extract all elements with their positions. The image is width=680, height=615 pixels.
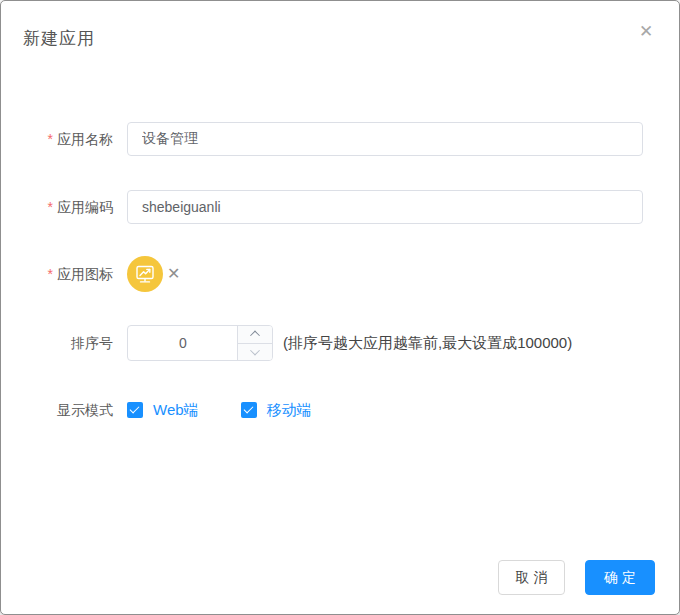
required-asterisk: * (48, 199, 53, 215)
app-name-label: *应用名称 (1, 122, 113, 156)
sort-number-stepper (127, 325, 273, 361)
sort-number-hint: (排序号越大应用越靠前,最大设置成100000) (283, 325, 572, 361)
checkbox-checked-icon[interactable] (241, 402, 257, 418)
app-icon-row: *应用图标 ✕ (1, 256, 679, 292)
app-icon-label: *应用图标 (1, 256, 113, 292)
required-asterisk: * (48, 266, 53, 282)
sort-number-label: 排序号 (1, 325, 113, 361)
sort-number-row: 排序号 (排序号越大应用越靠前,最大设置成100000) (1, 325, 679, 361)
app-name-input[interactable] (127, 122, 643, 156)
mobile-mode-option-label: 移动端 (267, 400, 312, 420)
chevron-up-icon (250, 331, 260, 341)
dialog-footer: 取消 确定 (498, 560, 655, 595)
web-mode-option[interactable]: Web端 (127, 400, 199, 420)
mobile-mode-option[interactable]: 移动端 (241, 400, 312, 420)
app-name-row: *应用名称 (1, 122, 679, 156)
app-code-row: *应用编码 (1, 190, 679, 224)
new-app-dialog: 新建应用 ✕ *应用名称 *应用编码 *应用图标 (0, 0, 680, 615)
close-icon[interactable]: ✕ (635, 21, 657, 43)
monitor-trend-icon[interactable] (127, 256, 163, 292)
dialog-title: 新建应用 (23, 27, 95, 50)
remove-icon[interactable]: ✕ (167, 256, 180, 292)
checkbox-checked-icon[interactable] (127, 402, 143, 418)
cancel-button[interactable]: 取消 (498, 560, 565, 595)
stepper-controls (237, 326, 272, 360)
chevron-down-icon (250, 345, 260, 355)
app-code-label: *应用编码 (1, 190, 113, 224)
increase-button[interactable] (238, 326, 272, 344)
display-mode-row: 显示模式 Web端 移动端 (1, 400, 679, 420)
decrease-button[interactable] (238, 344, 272, 361)
display-mode-label: 显示模式 (1, 400, 113, 420)
required-asterisk: * (48, 131, 53, 147)
app-code-input[interactable] (127, 190, 643, 224)
sort-number-input[interactable] (128, 326, 238, 360)
web-mode-option-label: Web端 (153, 400, 199, 420)
confirm-button[interactable]: 确定 (585, 560, 655, 595)
